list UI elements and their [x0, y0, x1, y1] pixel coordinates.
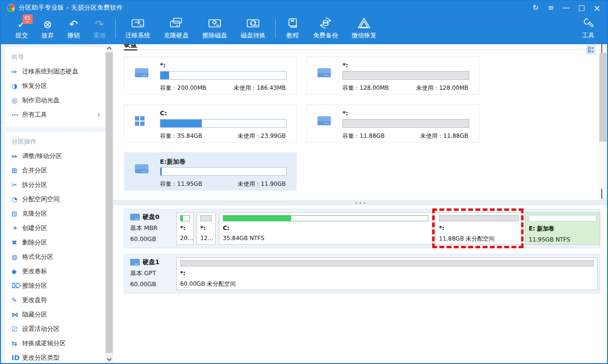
- migrate-system-button[interactable]: 迁移系统: [119, 14, 157, 43]
- migrate-ssd-icon: ⇨: [12, 68, 22, 75]
- discard-button[interactable]: ⊗ 放弃: [35, 14, 61, 43]
- capacity-text: 容量：128.00MB: [342, 84, 389, 92]
- scrollbar-thumb[interactable]: [106, 52, 113, 353]
- scrollbar-thumb[interactable]: [599, 53, 607, 142]
- sidebar-item-split[interactable]: ✂拆分分区: [12, 178, 105, 192]
- maximize-button[interactable]: □: [575, 2, 588, 13]
- scroll-down-arrow[interactable]: [601, 190, 602, 199]
- pending-operations-badge[interactable]: 01▾: [23, 14, 33, 24]
- windows-logo-icon: [135, 116, 145, 126]
- disk0-partition-star-200mb[interactable]: *: 20...: [176, 212, 194, 245]
- sidebar-item-format-partition[interactable]: ◍格式化分区: [12, 250, 105, 264]
- usage-bar: [529, 215, 596, 221]
- minimize-button[interactable]: —: [560, 2, 572, 13]
- sidebar-item-delete-partition[interactable]: ✖删除分区: [12, 235, 105, 250]
- partition-card-star-11gb[interactable]: *: 容量：11.88GB 未使用：11.88GB: [306, 104, 479, 143]
- scroll-down-arrow[interactable]: [105, 355, 113, 363]
- view-toggle-button[interactable]: [586, 45, 596, 54]
- sidebar-scrollbar[interactable]: [105, 44, 113, 363]
- app-window: 分区助手专业版 - 无损分区免费软件 ↻ ≡ — □ × 01▾ ✓ 提交 ⊗ …: [0, 0, 608, 364]
- sidebar-item-clone-partition[interactable]: ⊡克隆分区: [12, 206, 105, 221]
- toolbar-divider: [115, 19, 116, 38]
- capacity-text: 容量：200.00MB: [160, 84, 207, 92]
- menu-icon[interactable]: ≡: [545, 2, 557, 13]
- tools-button[interactable]: 工具: [574, 14, 602, 43]
- disk0-label[interactable]: 硬盘0 基本 MBR 60.00GB: [130, 213, 178, 243]
- sidebar-item-change-partition-type[interactable]: ID更改分区类型: [12, 351, 105, 363]
- capacity-text: 容量：11.88GB: [342, 132, 385, 140]
- sidebar-item-allocate-free-space[interactable]: ◔分配空闲空间: [12, 192, 105, 206]
- sidebar-item-set-active[interactable]: ☑设置活动分区: [12, 322, 105, 336]
- partition-card-star-200mb[interactable]: *: 容量：200.00MB 未使用：186.43MB: [124, 56, 297, 95]
- sidebar-item-all-tools[interactable]: ⋯ 所有工具 ›: [12, 108, 105, 122]
- capacity-text: 容量：11.95GB: [160, 180, 202, 188]
- clone-disk-button[interactable]: 克隆硬盘: [157, 14, 195, 43]
- merge-icon: ⊞: [12, 167, 22, 174]
- sidebar-item-hide-partition[interactable]: ⋈隐藏分区: [12, 307, 105, 322]
- usage-bar: [160, 119, 287, 128]
- partition-name: E:新加卷: [160, 158, 287, 166]
- sidebar-item-recover-partition[interactable]: ◑ 恢复分区: [12, 79, 105, 93]
- usage-bar: [342, 119, 469, 128]
- disk0-partition-star-128mb[interactable]: *: 12...: [196, 212, 216, 245]
- partition-card-e-selected[interactable]: E:新加卷 容量：11.95GB 未使用：11.90GB: [124, 152, 297, 191]
- capacity-text: 容量：35.84GB: [160, 132, 202, 140]
- usage-bar: [200, 215, 212, 221]
- partition-card-star-128mb[interactable]: *: 容量：128.00MB 未使用：128.00MB: [306, 56, 479, 95]
- close-button[interactable]: ×: [591, 2, 603, 13]
- disk0-partition-e[interactable]: E: 新加卷 11.95GB NTFS: [525, 212, 600, 245]
- drive-icon: [135, 68, 148, 77]
- partition-card-c[interactable]: C: 容量：35.84GB 未使用：23.99GB: [124, 104, 297, 143]
- undo-button[interactable]: ↶ 撤销: [61, 14, 86, 43]
- disk1-label[interactable]: 硬盘1 基本 GPT 60.00GB: [130, 258, 178, 288]
- recover-partition-icon: ◑: [12, 82, 22, 90]
- volume-label-icon: ◆: [12, 267, 22, 275]
- sidebar-item-migrate-to-ssd[interactable]: ⇨ 迁移系统到固态硬盘: [12, 64, 105, 79]
- toolbar: 01▾ ✓ 提交 ⊗ 放弃 ↶ 撤销 ↷ 重做 迁移系统 克隆硬盘 擦除磁盘: [1, 14, 607, 44]
- clone-partition-icon: ⊡: [12, 210, 22, 218]
- sidebar-item-change-label[interactable]: ◆更改卷标: [12, 264, 105, 279]
- sidebar-item-resize-move[interactable]: ↔调整/移动分区: [12, 149, 105, 163]
- disk-convert-button[interactable]: 磁盘转换: [234, 14, 272, 43]
- convert-logical-icon: ⇆: [12, 340, 22, 347]
- chevron-right-icon: ›: [97, 111, 100, 119]
- redo-icon: ↷: [95, 19, 104, 31]
- sidebar-item-create-partition[interactable]: ＋创建分区: [12, 221, 105, 235]
- clone-disk-icon: [169, 17, 184, 31]
- wrench-icon: [581, 17, 596, 31]
- tutorial-button[interactable]: 教程: [279, 14, 306, 43]
- scroll-up-arrow[interactable]: [105, 44, 113, 52]
- refresh-icon[interactable]: ↻: [529, 2, 542, 13]
- free-backup-button[interactable]: 免费备份: [306, 14, 345, 43]
- sidebar-item-change-drive-letter[interactable]: ✎更改盘符: [12, 293, 105, 307]
- unused-text: 未使用：128.00MB: [416, 84, 468, 92]
- title-bar: 分区助手专业版 - 无损分区免费软件 ↻ ≡ — □ ×: [1, 1, 607, 14]
- main-scrollbar[interactable]: [599, 44, 607, 200]
- app-logo-icon: [7, 4, 15, 12]
- usage-bar: [180, 215, 190, 221]
- undo-icon: ↶: [69, 19, 78, 31]
- sidebar-item-wipe-partition[interactable]: ⌦擦除分区: [12, 279, 105, 293]
- wipe-disk-button[interactable]: 擦除磁盘: [195, 14, 234, 43]
- disk-row-0: 硬盘0 基本 MBR 60.00GB *: 20... *: 12...: [124, 209, 600, 248]
- usage-bar: [180, 260, 594, 267]
- sidebar-item-make-boot-disc[interactable]: ◎ 制作启动光盘: [12, 93, 105, 108]
- drive-icon: [135, 164, 148, 173]
- partition-name: *:: [342, 61, 469, 70]
- wechat-recovery-button[interactable]: 微信恢复: [345, 14, 383, 43]
- drive-icon: [317, 116, 331, 125]
- disk0-partition-c[interactable]: C: 35.84GB NTFS: [219, 212, 432, 245]
- panel-splitter[interactable]: [113, 200, 607, 205]
- sidebar-item-merge[interactable]: ⊞合并分区: [12, 163, 105, 178]
- sidebar-item-convert-logical[interactable]: ⇆转换成逻辑分区: [12, 336, 105, 351]
- disk1-partition-unallocated[interactable]: *: 60.00GB 未分配空间: [176, 257, 597, 290]
- usage-bar: [160, 71, 287, 80]
- partition-name: *:: [342, 109, 469, 118]
- redo-button: ↷ 重做: [86, 14, 112, 43]
- disk-scheme: 基本 MBR: [130, 224, 178, 232]
- create-partition-icon: ＋: [12, 224, 22, 232]
- disk0-partition-unallocated[interactable]: *: 11.88GB 未分配空间: [435, 212, 523, 245]
- submit-button[interactable]: 01▾ ✓ 提交: [9, 14, 35, 43]
- usage-bar: [223, 215, 428, 221]
- delete-partition-icon: ✖: [12, 239, 22, 246]
